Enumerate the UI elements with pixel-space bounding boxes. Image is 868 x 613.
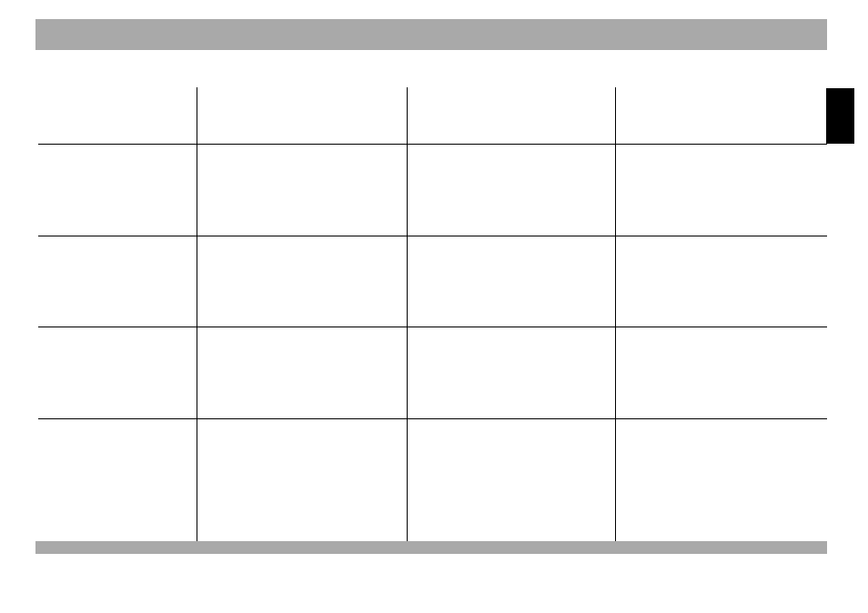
table-cell [407,418,615,548]
header-cell [38,87,197,145]
table-cell [197,327,407,419]
header-cell [407,87,615,145]
table-cell [197,145,407,236]
table-cell [197,236,407,327]
table-cell [407,236,615,327]
table-row [38,236,827,327]
table-cell [615,327,827,419]
table-row [38,327,827,419]
table-cell [407,327,615,419]
data-table [38,87,827,548]
header-cell [615,87,827,145]
table-cell [615,145,827,236]
table-cell [38,145,197,236]
table-cell [197,418,407,548]
table-row [38,418,827,548]
table-cell [407,145,615,236]
table-cell [38,236,197,327]
table-header-row [38,87,827,145]
table-cell [615,418,827,548]
bottom-bar [35,541,827,554]
side-tab [826,88,854,144]
table-cell [38,418,197,548]
top-bar [35,19,827,50]
table-cell [38,327,197,419]
table-row [38,145,827,236]
header-cell [197,87,407,145]
table-cell [615,236,827,327]
